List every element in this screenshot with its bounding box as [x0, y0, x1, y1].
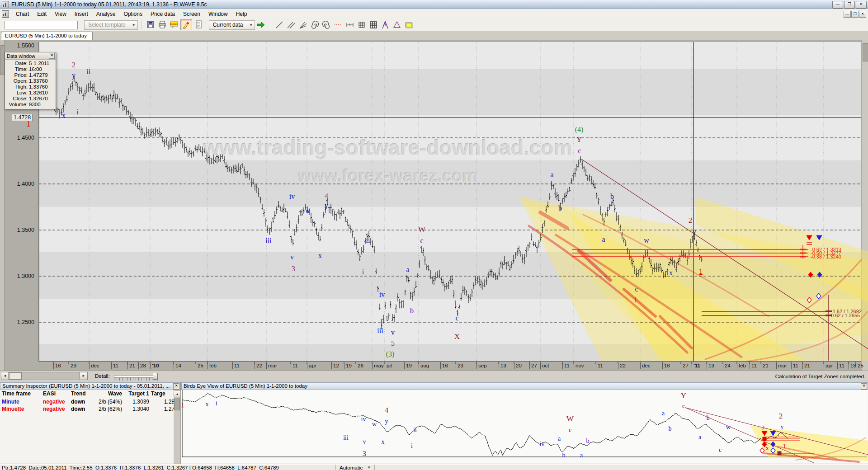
- birdseye-wave-label: 4: [385, 407, 389, 414]
- chart-tab[interactable]: EURUSD (5 Min) 1-1-2000 to today: [1, 32, 93, 40]
- triangle-button[interactable]: [392, 20, 402, 30]
- data-window-close-icon[interactable]: ✕: [49, 53, 55, 59]
- menu-item-insert[interactable]: Insert: [71, 9, 92, 19]
- chart-vertical-scrollbar[interactable]: [862, 40, 868, 371]
- highlighter-icon: [182, 20, 191, 29]
- sort-ascending-icon[interactable]: ▲: [174, 390, 181, 398]
- highlighter-button[interactable]: [180, 19, 192, 30]
- print-button[interactable]: [157, 19, 168, 29]
- child-close-button[interactable]: ✕: [859, 11, 866, 18]
- birdseye-wave-label: iii: [343, 435, 349, 441]
- chart-vertical-scrollbar-thumb[interactable]: [863, 43, 868, 61]
- x-axis-label: 16: [53, 363, 61, 369]
- menu-item-options[interactable]: Options: [120, 9, 146, 19]
- save-button[interactable]: [145, 19, 156, 29]
- data-window[interactable]: Data window ✕ Date:5-1-2011Time:16:00Pri…: [5, 52, 56, 109]
- x-axis-label: 21: [802, 363, 810, 369]
- wave-label: W: [418, 226, 425, 233]
- data-window-row: Time:16:00: [5, 66, 55, 72]
- rectangle-button[interactable]: [403, 20, 414, 30]
- wave-label: iv: [289, 193, 295, 200]
- menu-item-analyse[interactable]: Analyse: [92, 9, 120, 19]
- summary-table-header[interactable]: Time frameEASITrendWaveTarget 1Targe: [0, 390, 180, 398]
- x-axis-label: 14: [174, 363, 181, 369]
- rectangle-icon: [404, 20, 413, 29]
- current-data-dropdown[interactable]: Current data ▼: [209, 20, 255, 30]
- status-message: Calculation of Target Zones completed.: [775, 374, 865, 379]
- birdseye-wave-label: W: [566, 416, 574, 422]
- watermark-line1: www.trading-software-download.com: [203, 136, 572, 160]
- scroll-right-arrow-icon[interactable]: ►: [80, 372, 88, 380]
- x-axis-label: 19: [344, 363, 352, 369]
- menu-item-window[interactable]: Window: [204, 9, 232, 19]
- child-minimize-button[interactable]: —: [844, 11, 851, 18]
- birdseye-wave-label: c: [682, 403, 685, 409]
- birdseye-wave-label: b: [707, 415, 710, 421]
- fan-lines-button[interactable]: [297, 20, 308, 30]
- spiral-ccw-button[interactable]: [321, 20, 332, 30]
- chevron-down-icon: ▼: [367, 465, 371, 470]
- summary-close-icon[interactable]: ✕: [173, 383, 179, 390]
- menu-item-chart[interactable]: Chart: [12, 9, 33, 19]
- template-name-box[interactable]: [5, 21, 78, 29]
- summary-cell-target1: 1.3040: [124, 406, 149, 412]
- summary-cell-timeframe: Minute: [2, 399, 19, 405]
- maximize-button[interactable]: ❐: [844, 1, 855, 9]
- menu-item-edit[interactable]: Edit: [33, 9, 51, 19]
- data-window-titlebar[interactable]: Data window ✕: [5, 52, 56, 60]
- data-window-field-label: Close:: [5, 96, 28, 102]
- summary-header-cell: Trend: [71, 390, 86, 397]
- menu-item-screen[interactable]: Screen: [179, 9, 204, 19]
- table-row[interactable]: Minutenegativedown2/b (54%)1.30391.28: [0, 399, 180, 406]
- menu-item-price-data[interactable]: Price data: [146, 9, 179, 19]
- data-window-field-value: 16:00: [28, 66, 42, 72]
- birdseye-wave-label: y: [781, 424, 784, 430]
- minimize-button[interactable]: —: [832, 1, 843, 9]
- wave-label: iii: [265, 238, 271, 244]
- y-axis-label: 1.3500: [2, 227, 34, 233]
- birds-eye-close-icon[interactable]: ✕: [861, 383, 867, 390]
- title-bar: EURUSD (5 Min) 1-1-2000 to today 05.01.2…: [0, 0, 868, 9]
- menu-item-help[interactable]: Help: [232, 9, 251, 19]
- data-window-field-value: 9300: [28, 102, 41, 108]
- fib-dotted-line-button[interactable]: [333, 20, 344, 30]
- summary-cell-target1: 1.3039: [124, 399, 149, 405]
- table-row[interactable]: Minuettenegativedown2/b (62%)1.30401.27: [0, 406, 180, 413]
- child-restore-button[interactable]: ❐: [851, 11, 859, 18]
- data-window-row: Volume:9300: [5, 102, 55, 108]
- birdseye-wave-label: c: [569, 427, 571, 433]
- summary-vertical-scrollbar-thumb[interactable]: [174, 398, 180, 410]
- report-button[interactable]: [193, 19, 204, 29]
- grid-icon: [357, 20, 366, 29]
- birdseye-wave-label: v: [363, 439, 366, 445]
- wave-label: v: [391, 329, 395, 336]
- wave-label: a: [406, 267, 409, 273]
- x-axis-label: apr: [307, 363, 316, 369]
- wave-label: c: [635, 286, 638, 292]
- measure-ruler-button[interactable]: [344, 20, 355, 30]
- chart-horizontal-scrollbar-thumb[interactable]: [9, 372, 22, 380]
- menu-item-view[interactable]: View: [51, 9, 71, 19]
- birdseye-wave-label: 2: [762, 425, 765, 432]
- wave-label: iv: [379, 291, 385, 298]
- birds-eye-panel: Birds Eye View of EURUSD (5 Min) 1-1-200…: [181, 382, 868, 464]
- svg-text:Explain: Explain: [170, 23, 178, 25]
- grid-button[interactable]: [356, 20, 367, 30]
- birdseye-wave-label: a: [558, 436, 561, 442]
- trend-line-button[interactable]: [274, 20, 285, 30]
- wave-label: 1: [634, 297, 637, 303]
- run-analysis-button[interactable]: [255, 20, 266, 30]
- left-splitter-thumb[interactable]: [0, 45, 5, 75]
- data-window-row: Low:1.32610: [5, 90, 55, 96]
- select-template-dropdown[interactable]: Select template ▼: [84, 20, 138, 30]
- explain-button[interactable]: Explain: [169, 19, 179, 29]
- parallel-lines-button[interactable]: [286, 20, 297, 30]
- fixed-grid-button[interactable]: [368, 20, 379, 30]
- detail-slider[interactable]: [114, 375, 158, 378]
- summary-cell-target2: 1.28: [151, 399, 175, 405]
- pitchfork-button[interactable]: [380, 20, 391, 30]
- spiral-cw-button[interactable]: [309, 20, 320, 30]
- x-axis-label: '11: [692, 363, 700, 369]
- close-button[interactable]: ✕: [856, 1, 867, 9]
- mode-dropdown[interactable]: Automatic ▼: [335, 465, 375, 470]
